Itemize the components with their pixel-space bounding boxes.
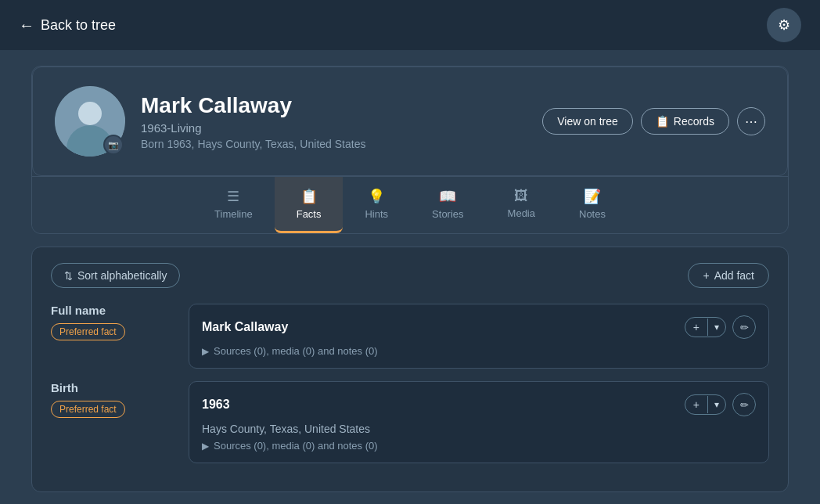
fact-value-fullname: Mark Callaway [202, 320, 288, 334]
records-button[interactable]: 📋 Records [641, 108, 729, 135]
fact-row-birth: Birth Preferred fact 1963 + ▾ ✏ [51, 381, 769, 463]
fact-value-birth-year: 1963 [202, 398, 230, 412]
tab-timeline[interactable]: ☰ Timeline [192, 177, 275, 233]
tab-hints[interactable]: 💡 Hints [343, 177, 410, 233]
fact-edit-button-fullname[interactable]: ✏ [732, 315, 756, 339]
fact-edit-button-birth[interactable]: ✏ [732, 393, 756, 416]
fact-label-fullname: Full name [51, 304, 176, 317]
pencil-icon-birth: ✏ [740, 399, 749, 411]
fact-row-fullname: Full name Preferred fact Mark Callaway +… [51, 304, 769, 369]
fact-value-col-birth: 1963 + ▾ ✏ Hays County, Texas, United St… [189, 381, 769, 463]
fact-label-col-fullname: Full name Preferred fact [51, 304, 176, 369]
tab-notes-label: Notes [579, 208, 606, 220]
notes-icon: 📝 [584, 188, 601, 205]
fact-value-header-birth: 1963 + ▾ ✏ [202, 393, 756, 416]
person-info: Mark Callaway 1963-Living Born 1963, Hay… [141, 93, 527, 150]
tab-stories[interactable]: 📖 Stories [410, 177, 485, 233]
settings-icon: ⚙ [778, 16, 790, 34]
add-fact-button[interactable]: + Add fact [688, 263, 769, 288]
avatar-container: 📷 [55, 86, 125, 157]
fact-add-button-birth[interactable]: + ▾ [685, 394, 726, 415]
back-to-tree-button[interactable]: ← Back to tree [19, 16, 116, 34]
fact-sources-text-fullname: Sources (0), media (0) and notes (0) [214, 345, 378, 357]
person-header: 📷 Mark Callaway 1963-Living Born 1963, H… [32, 67, 788, 176]
back-arrow-icon: ← [19, 16, 34, 34]
sources-chevron-birth: ▶ [202, 441, 209, 452]
main-content: 📷 Mark Callaway 1963-Living Born 1963, H… [0, 50, 820, 504]
media-icon: 🖼 [514, 188, 528, 204]
add-fact-label: Add fact [714, 269, 754, 282]
fact-add-button-fullname[interactable]: + ▾ [685, 317, 726, 337]
tab-media-label: Media [508, 207, 535, 219]
fact-label-col-birth: Birth Preferred fact [51, 381, 176, 463]
facts-icon: 📋 [300, 188, 318, 205]
fact-value-col-fullname: Mark Callaway + ▾ ✏ ▶ Sources (0), media… [189, 304, 769, 369]
person-card-container: 📷 Mark Callaway 1963-Living Born 1963, H… [31, 66, 789, 234]
back-label: Back to tree [41, 17, 116, 34]
person-name: Mark Callaway [141, 93, 527, 118]
person-birth: Born 1963, Hays County, Texas, United St… [141, 138, 527, 150]
tabs-container: ☰ Timeline 📋 Facts 💡 Hints 📖 Stories 🖼 M… [32, 176, 788, 233]
camera-icon: 📷 [108, 140, 119, 150]
preferred-badge-fullname: Preferred fact [51, 323, 125, 340]
preferred-badge-birth: Preferred fact [51, 401, 125, 418]
settings-button[interactable]: ⚙ [767, 8, 801, 42]
records-label: Records [674, 115, 714, 128]
fact-sources-text-birth: Sources (0), media (0) and notes (0) [214, 440, 378, 452]
top-nav: ← Back to tree ⚙ [0, 0, 820, 50]
fact-label-birth: Birth [51, 381, 176, 394]
timeline-icon: ☰ [227, 188, 239, 205]
fact-actions-fullname: + ▾ ✏ [685, 315, 756, 339]
view-on-tree-button[interactable]: View on tree [542, 108, 633, 135]
hints-icon: 💡 [368, 188, 385, 205]
records-icon: 📋 [656, 115, 669, 128]
pencil-icon-fullname: ✏ [740, 322, 749, 333]
tab-facts[interactable]: 📋 Facts [275, 177, 343, 233]
tab-media[interactable]: 🖼 Media [486, 177, 557, 233]
facts-section: ⇅ Sort alphabetically + Add fact Full na… [31, 247, 789, 492]
more-icon: ⋯ [745, 114, 757, 129]
fact-sources-row-fullname[interactable]: ▶ Sources (0), media (0) and notes (0) [202, 345, 756, 357]
tab-notes[interactable]: 📝 Notes [557, 177, 628, 233]
facts-toolbar: ⇅ Sort alphabetically + Add fact [51, 263, 769, 288]
person-years: 1963-Living [141, 121, 527, 135]
fact-add-main-fullname[interactable]: + [685, 318, 707, 337]
more-options-button[interactable]: ⋯ [737, 107, 765, 135]
sort-label: Sort alphabetically [77, 269, 167, 282]
sources-chevron-fullname: ▶ [202, 346, 209, 357]
tab-timeline-label: Timeline [214, 208, 253, 220]
sort-alphabetically-button[interactable]: ⇅ Sort alphabetically [51, 263, 180, 288]
fact-add-arrow-birth[interactable]: ▾ [707, 396, 725, 413]
tab-facts-label: Facts [297, 208, 322, 220]
tab-stories-label: Stories [432, 208, 463, 220]
fact-add-main-birth[interactable]: + [685, 395, 707, 414]
tab-hints-label: Hints [365, 208, 388, 220]
fact-value-birth-place: Hays County, Texas, United States [202, 423, 756, 435]
add-fact-plus-icon: + [703, 269, 709, 282]
stories-icon: 📖 [439, 188, 456, 205]
fact-add-arrow-fullname[interactable]: ▾ [707, 319, 725, 336]
fact-actions-birth: + ▾ ✏ [685, 393, 756, 416]
camera-button[interactable]: 📷 [103, 135, 124, 155]
fact-sources-row-birth[interactable]: ▶ Sources (0), media (0) and notes (0) [202, 440, 756, 452]
fact-value-header-fullname: Mark Callaway + ▾ ✏ [202, 315, 756, 339]
person-actions: View on tree 📋 Records ⋯ [542, 107, 765, 135]
sort-icon: ⇅ [64, 270, 73, 282]
